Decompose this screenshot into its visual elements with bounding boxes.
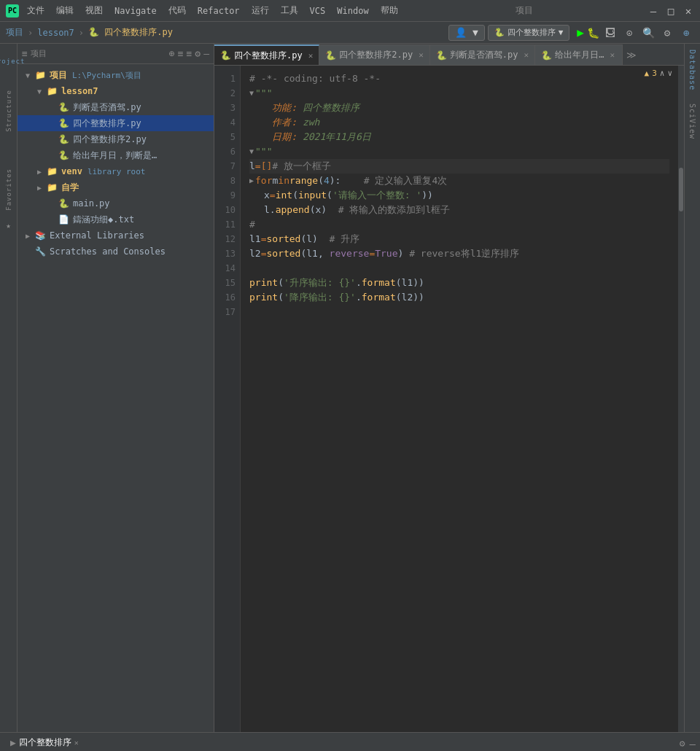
code-line-2: ▼""" [249, 86, 669, 101]
run-tab-label: 四个整数排序 [19, 736, 71, 749]
tree-item-paixu[interactable]: 🐍 四个整数排序.py [18, 115, 214, 131]
panel-list-icon[interactable]: ≡ [178, 48, 184, 59]
minimize-button[interactable]: — [648, 5, 659, 17]
project-activity-label[interactable]: Project [0, 58, 28, 74]
run-tab-paixu[interactable]: ▶ 四个整数排序 ✕ [4, 734, 85, 752]
menu-refactor[interactable]: Refactor [194, 4, 244, 17]
structure-activity-label[interactable]: Structure [1, 87, 17, 135]
tab-label: 给出年月日… [555, 49, 604, 61]
tree-item-name: 判断是否酒驾.py [73, 101, 141, 114]
tree-item-hint: library root [88, 167, 145, 176]
debug-button[interactable]: 🐛 [587, 27, 599, 39]
py-file-icon: 🐍 [58, 198, 69, 209]
tree-item-venv[interactable]: ▶ 📁 venv library root [18, 163, 214, 179]
tree-item-lesson7[interactable]: ▼ 📁 lesson7 [18, 83, 214, 99]
breadcrumb-lesson7[interactable]: lesson7 [37, 28, 74, 38]
panel-add-icon[interactable]: ⊕ [169, 48, 175, 59]
app-logo: PC [6, 4, 19, 17]
tab-close-btn[interactable]: ✕ [308, 51, 314, 61]
tree-item-nianyue[interactable]: 🐍 给出年月日，判断是… [18, 147, 214, 163]
database-panel-tab[interactable]: Database [687, 44, 698, 96]
project-panel: ≡ 项目 ⊕ ≡ ≡ ⚙ — ▼ 📁 项目 L:\Pycharm\项目 ▼ 📁 … [18, 44, 214, 732]
breadcrumb-file[interactable]: 🐍 四个整数排序.py [88, 26, 173, 39]
panel-minimize-icon[interactable]: — [203, 48, 209, 59]
code-line-4: 作者: zwh [249, 115, 669, 130]
py-file-icon: 🐍 [58, 102, 69, 112]
maximize-button[interactable]: □ [665, 5, 677, 17]
favorites-activity-label[interactable]: Favorites [1, 166, 17, 214]
git-button[interactable]: ⊕ [678, 25, 694, 41]
menu-tools[interactable]: 工具 [277, 3, 302, 18]
user-icon-btn[interactable]: 👤 ▼ [448, 25, 485, 41]
code-line-3: 功能: 四个整数排序 [249, 101, 669, 115]
code-line-7: l = [] # 放一个框子 [249, 159, 669, 174]
folder-icon: 📁 [47, 182, 58, 192]
tab-close-btn[interactable]: ✕ [610, 50, 615, 60]
run-tab-close-btn[interactable]: ✕ [74, 739, 79, 747]
code-line-10: l.append(x) # 将输入的数添加到l框子 [249, 203, 669, 217]
panel-settings-icon[interactable]: ⚙ [195, 48, 201, 59]
tree-item-name: External Libraries [50, 230, 144, 241]
coverage-button[interactable]: ⛾ [602, 25, 618, 41]
tab-paixu[interactable]: 🐍 四个整数排序.py ✕ [214, 44, 319, 65]
main-layout: Project Structure Favorites ★ ≡ 项目 ⊕ ≡ ≡… [0, 44, 700, 732]
tree-item-txt[interactable]: 📄 鑄涵功细◆.txt [18, 211, 214, 227]
search-button[interactable]: 🔍 [640, 25, 656, 41]
tree-item-hint: L:\Pycharm\项目 [72, 70, 141, 81]
menu-navigate[interactable]: Navigate [111, 4, 160, 17]
profile-button[interactable]: ⊙ [621, 25, 637, 41]
tree-item-name: 四个整数排序2.py [73, 133, 147, 146]
tab-icon: 🐍 [541, 50, 552, 61]
code-line-14 [249, 261, 669, 276]
folder-icon: 📁 [47, 86, 58, 96]
scrollbar-thumb[interactable] [679, 168, 683, 211]
menu-help[interactable]: 帮助 [377, 3, 402, 18]
settings-button[interactable]: ⚙ [659, 25, 675, 41]
tree-item-main[interactable]: 🐍 main.py [18, 195, 214, 211]
tab-nianyue[interactable]: 🐍 给出年月日… ✕ [535, 44, 623, 65]
tabs-more-btn[interactable]: ≫ [623, 44, 640, 65]
run-button[interactable]: ▶ [577, 26, 584, 39]
txt-file-icon: 📄 [58, 214, 69, 225]
tree-item-name: Scratches and Consoles [50, 246, 166, 257]
run-minimize-btn[interactable]: — [690, 738, 696, 750]
run-config-label: 四个整数排序 [508, 27, 556, 38]
menu-run[interactable]: 运行 [248, 3, 273, 18]
tree-arrow: ▶ [37, 184, 44, 192]
menu-file[interactable]: 文件 [23, 3, 48, 18]
tree-item-name: venv [61, 166, 82, 176]
tree-item-name: 给出年月日，判断是… [73, 149, 157, 162]
code-editor[interactable]: 123456 789101112 1314151617 # -*- coding… [214, 66, 684, 732]
tree-item-ext-lib[interactable]: ▶ 📚 External Libraries [18, 227, 214, 244]
tree-item-root[interactable]: ▼ 📁 项目 L:\Pycharm\项目 [18, 67, 214, 83]
editor-scrollbar[interactable] [678, 66, 684, 732]
code-content[interactable]: # -*- coding: utf-8 -*- ▼""" 功能: 四个整数排序 … [241, 66, 678, 732]
tab-close-btn[interactable]: ✕ [524, 50, 529, 60]
tab-paixu2[interactable]: 🐍 四个整数排序2.py ✕ [319, 44, 430, 65]
menu-code[interactable]: 代码 [165, 3, 190, 18]
tree-item-jiujia[interactable]: 🐍 判断是否酒驾.py [18, 99, 214, 115]
menu-view[interactable]: 视图 [82, 3, 106, 18]
sciview-panel-tab[interactable]: SciView [687, 98, 698, 145]
panel-sort-icon[interactable]: ≡ [187, 48, 192, 59]
run-settings-btn[interactable]: ⚙ [680, 738, 685, 749]
tree-item-scratches[interactable]: 🔧 Scratches and Consoles [18, 244, 214, 260]
breadcrumb-project[interactable]: 项目 [6, 26, 23, 39]
tree-arrow: ▶ [26, 232, 33, 240]
menu-vcs[interactable]: VCS [306, 4, 330, 17]
menu-window[interactable]: Window [333, 4, 372, 17]
run-config-selector[interactable]: 🐍 四个整数排序 ▼ [488, 25, 570, 41]
close-button[interactable]: ✕ [682, 5, 694, 17]
folder-icon: 📁 [47, 166, 58, 176]
star-icon[interactable]: ★ [1, 218, 17, 234]
menu-edit[interactable]: 编辑 [52, 3, 77, 18]
editor-area: 🐍 四个整数排序.py ✕ 🐍 四个整数排序2.py ✕ 🐍 判断是否酒驾.py… [214, 44, 684, 732]
right-sidebar: Database SciView [684, 44, 700, 732]
tab-jiujia[interactable]: 🐍 判断是否酒驾.py ✕ [430, 44, 535, 65]
title-bar-center: 项目 [516, 4, 533, 17]
tree-item-name: 项目 [50, 69, 67, 82]
tab-close-btn[interactable]: ✕ [419, 50, 424, 60]
tree-item-zixue[interactable]: ▶ 📁 自学 [18, 179, 214, 195]
tree-item-paixu2[interactable]: 🐍 四个整数排序2.py [18, 131, 214, 147]
tab-icon: 🐍 [436, 50, 447, 61]
